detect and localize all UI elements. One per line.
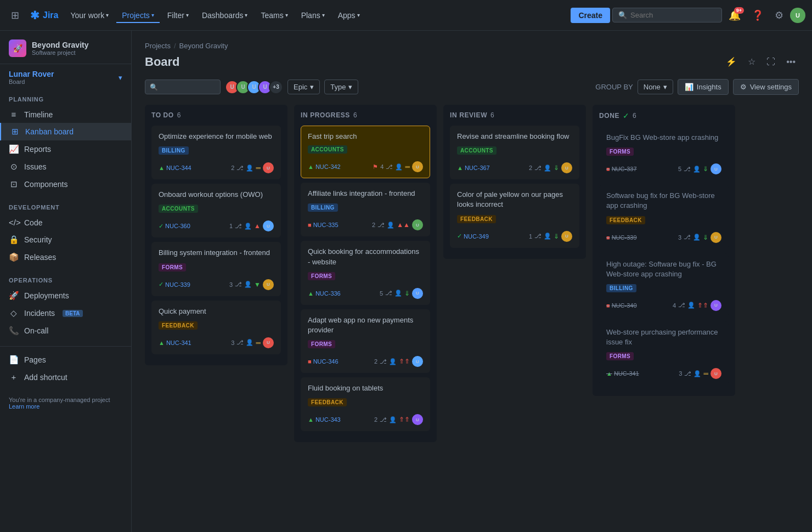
sidebar-item-issues[interactable]: ⊙ Issues — [0, 158, 131, 176]
sidebar-item-timeline[interactable]: ≡ Timeline — [0, 106, 131, 123]
learn-more-link[interactable]: Learn more — [9, 403, 122, 410]
expand-button[interactable]: ⛶ — [763, 53, 779, 70]
star-button[interactable]: ☆ — [745, 53, 759, 70]
sidebar-item-pages[interactable]: 📄 Pages — [0, 351, 131, 369]
nav-teams[interactable]: Teams ▾ — [255, 8, 293, 23]
issue-key: ■ NUC-346 — [308, 358, 339, 365]
card-nuc335[interactable]: Affiliate links integration - frontend B… — [301, 183, 430, 236]
subtask-icon: 👤 — [244, 281, 252, 288]
issue-type-icon: ■ — [606, 302, 610, 309]
child-icon: ⎇ — [678, 302, 685, 309]
sidebar-item-deployments[interactable]: 🚀 Deployments — [0, 287, 131, 304]
notifications-button[interactable]: 🔔 9+ — [724, 6, 745, 25]
avatar-more[interactable]: +3 — [269, 80, 283, 94]
user-avatar[interactable]: U — [790, 8, 805, 23]
column-header-inprogress: IN PROGRESS 6 — [301, 111, 430, 119]
child-icon: ⎇ — [235, 281, 242, 288]
epic-filter[interactable]: Epic ▾ — [287, 80, 320, 94]
sidebar-item-code[interactable]: </> Code — [0, 214, 131, 231]
notification-badge: 9+ — [734, 7, 744, 14]
card-nuc342[interactable]: Fast trip search ACCOUNTS ▲ NUC-342 ⚑ 4 … — [301, 126, 430, 178]
subtask-icon: 👤 — [693, 370, 701, 377]
nav-plans[interactable]: Plans ▾ — [296, 8, 330, 23]
subtask-icon: 👤 — [246, 339, 253, 346]
card-nuc343[interactable]: Fluid booking on tablets FEEDBACK ▲ NUC-… — [301, 377, 430, 431]
nav-your-work[interactable]: Your work ▾ — [65, 8, 114, 23]
sidebar-item-releases[interactable]: 📦 Releases — [0, 248, 131, 266]
card-tag: ACCOUNTS — [159, 205, 198, 213]
card-meta: 1 ⎇ 👤 ▲ U — [229, 220, 274, 231]
board-search[interactable]: 🔍 — [145, 80, 221, 94]
bolt-button[interactable]: ⚡ — [723, 53, 740, 70]
sidebar-item-oncall[interactable]: 📞 On-call — [0, 322, 131, 339]
card-nuc344[interactable]: Optimize experience for mobile web BILLI… — [151, 126, 281, 179]
sidebar-item-add-shortcut[interactable]: + Add shortcut — [0, 369, 131, 386]
card-nuc367[interactable]: Revise and streamline booking flow ACCOU… — [450, 126, 579, 179]
nav-dashboards[interactable]: Dashboards ▾ — [196, 8, 253, 23]
child-icon: ⎇ — [377, 222, 385, 229]
nav-apps[interactable]: Apps ▾ — [332, 8, 365, 23]
page-title: Board — [145, 55, 180, 69]
help-button[interactable]: ❓ — [747, 6, 768, 25]
card-nuc341[interactable]: Quick payment FEEDBACK ▲ NUC-341 3 ⎇ 👤 ═… — [151, 301, 281, 354]
priority-icon: ═ — [703, 370, 708, 377]
issue-type-icon: ✓ — [159, 281, 163, 288]
create-button[interactable]: Create — [571, 8, 610, 23]
settings-button[interactable]: ⚙ — [770, 6, 788, 25]
more-button[interactable]: ••• — [783, 53, 799, 70]
group-by-select[interactable]: None ▾ — [638, 80, 673, 94]
sidebar-item-components[interactable]: ⊡ Components — [0, 176, 131, 193]
card-nuc339[interactable]: Billing system integration - frontend FO… — [151, 242, 281, 296]
project-avatar: 🚀 — [9, 39, 26, 57]
project-header[interactable]: 🚀 Beyond Gravity Software project — [0, 31, 131, 64]
card-meta: 3 ⎇ 👤 ⇓ U — [678, 232, 721, 243]
search-box[interactable]: 🔍 — [612, 8, 722, 22]
logo[interactable]: ✱ Jira — [26, 7, 63, 24]
card-done-nuc340[interactable]: High outage: Software bug fix - BG Web-s… — [599, 253, 729, 317]
card-meta: 3 ⎇ 👤 ═ U — [231, 337, 274, 348]
breadcrumb-projects[interactable]: Projects — [145, 42, 171, 50]
card-meta: 2 ⎇ 👤 ▲▲ U — [372, 219, 423, 230]
card-nuc349[interactable]: Color of pale yellow on our pages looks … — [450, 184, 579, 247]
grid-icon[interactable]: ⊞ — [7, 5, 24, 26]
nav-projects[interactable]: Projects ▾ — [116, 8, 160, 23]
view-settings-button[interactable]: ⚙ View settings — [733, 79, 799, 95]
nav-filter[interactable]: Filter ▾ — [162, 8, 194, 23]
card-done-nuc337[interactable]: BugFix BG Web-store app crashing FORMS ■… — [599, 127, 729, 180]
sidebar-item-security[interactable]: 🔒 Security — [0, 231, 131, 248]
insights-button[interactable]: 📊 Insights — [678, 79, 729, 95]
assignee-avatar: U — [263, 337, 274, 348]
card-nuc360[interactable]: Onboard workout options (OWO) ACCOUNTS ✓… — [151, 184, 281, 237]
sidebar-item-kanban[interactable]: ⊞ Kanban board — [0, 123, 131, 140]
issue-type-icon: ▲ — [308, 163, 314, 170]
card-nuc336[interactable]: Quick booking for accommodations - websi… — [301, 241, 430, 304]
board-search-input[interactable] — [161, 83, 216, 91]
card-done-nuc339[interactable]: Software bug fix for BG Web-store app cr… — [599, 185, 729, 248]
child-icon: ⎇ — [380, 416, 387, 423]
search-input[interactable] — [630, 11, 696, 19]
assignee-avatar: U — [710, 300, 721, 311]
board-name: Lunar Rover — [9, 70, 54, 78]
issue-key: ✓ NUC-349 — [457, 233, 489, 240]
sidebar-item-incidents[interactable]: ◇ Incidents BETA — [0, 304, 131, 322]
deployments-icon: 🚀 — [9, 291, 19, 301]
issue-key: ▲ NUC-341 — [606, 370, 639, 377]
card-done-nuc341[interactable]: Web-store purchasing performance issue f… — [599, 321, 729, 385]
breadcrumb: Projects / Beyond Gravity — [145, 42, 799, 50]
card-tag: FORMS — [159, 263, 186, 271]
breadcrumb-project-name[interactable]: Beyond Gravity — [179, 42, 228, 50]
subtask-icon: 👤 — [693, 166, 701, 173]
board-selector[interactable]: Lunar Rover Board ▾ — [0, 64, 131, 87]
done-check-icon: ✓ — [623, 111, 629, 120]
assignee-avatar: U — [412, 288, 423, 299]
issue-type-icon: ▲ — [159, 339, 165, 346]
issue-key: ▲ NUC-342 — [308, 163, 341, 170]
beta-badge: BETA — [63, 310, 82, 317]
column-header-done: DONE ✓ 6 — [599, 111, 729, 120]
oncall-icon: 📞 — [9, 326, 19, 336]
type-filter[interactable]: Type ▾ — [324, 80, 358, 94]
sidebar-item-reports[interactable]: 📈 Reports — [0, 140, 131, 158]
board-toolbar: 🔍 U U U U +3 Epic ▾ Type ▾ GROUP BY None… — [145, 79, 799, 95]
chevron-down-icon: ▾ — [186, 12, 189, 18]
card-nuc346[interactable]: Adapt web app no new payments provider F… — [301, 309, 430, 373]
